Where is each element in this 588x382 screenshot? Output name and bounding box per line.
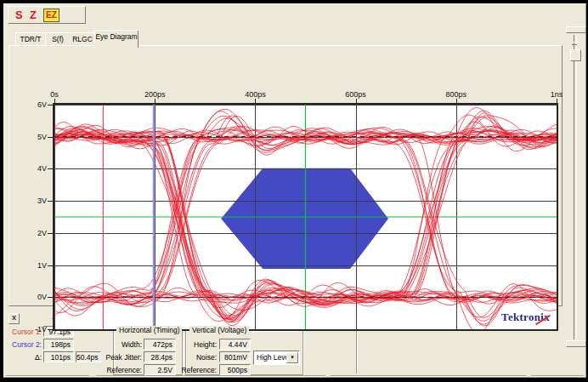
application-window: S Z EZ TDR/T S(f) RLGC Eye Diagram 0s200… bbox=[0, 0, 588, 382]
status-groove-4 bbox=[531, 375, 584, 377]
tab-eye-diagram[interactable]: Eye Diagram bbox=[94, 30, 139, 48]
y-tick-label: 5V bbox=[28, 133, 47, 141]
window-background: S Z EZ TDR/T S(f) RLGC Eye Diagram 0s200… bbox=[3, 3, 586, 378]
cursor2-time-field: 198ps bbox=[43, 339, 74, 350]
noise-level-select[interactable]: High Level ▼ bbox=[253, 351, 300, 365]
status-groove-3 bbox=[331, 375, 526, 377]
v-reference-label: Reference: bbox=[179, 366, 217, 374]
x-tick-label: 600ps bbox=[345, 90, 366, 99]
logo-toolbar: S Z EZ bbox=[8, 6, 86, 24]
height-label: Height: bbox=[179, 340, 217, 349]
x-tick-label: 1ns bbox=[551, 90, 563, 99]
x-tick-label: 400ps bbox=[245, 90, 266, 99]
height-field: 4.44V bbox=[219, 339, 251, 350]
y-tick-label: 3V bbox=[28, 197, 47, 205]
noise-field: 801mV bbox=[219, 351, 251, 362]
y-tick-label: 0V bbox=[28, 293, 47, 301]
peak-jitter-label: Peak Jitter: bbox=[103, 353, 142, 362]
logo-ez-badge: EZ bbox=[43, 9, 59, 22]
peak-jitter-field: 28.4ps bbox=[144, 351, 176, 362]
x-tick-label: 800ps bbox=[446, 90, 467, 99]
plot-area: Tektronix bbox=[53, 103, 558, 331]
logo-s: S bbox=[15, 9, 23, 21]
vertical-voltage-title: Vertical (Voltage) bbox=[189, 326, 249, 334]
zoom-slider-tick bbox=[572, 42, 577, 45]
eye-diagram-tab-page: 0s200ps400ps600ps800ps1ns6V5V4V3V2V1V0V-… bbox=[8, 45, 563, 306]
y-tick-label: 1V bbox=[28, 261, 47, 270]
delta-time-field: 101ps bbox=[43, 351, 74, 362]
cursor2-label: Cursor 2: bbox=[9, 340, 42, 349]
y-tick-label: 4V bbox=[28, 164, 47, 173]
width-label: Width: bbox=[103, 340, 142, 349]
y-tick-label: 2V bbox=[28, 229, 47, 237]
delta-dt2-field: 50.4ps bbox=[76, 351, 101, 362]
dropdown-arrow-icon[interactable]: ▼ bbox=[286, 352, 298, 363]
horizontal-timing-title: Horizontal (Timing) bbox=[116, 326, 182, 334]
zoom-slider-thumb[interactable] bbox=[570, 49, 581, 61]
width-field: 472ps bbox=[144, 339, 176, 350]
delta-label: Δ: bbox=[9, 353, 42, 362]
x-tick-label: 0s bbox=[50, 90, 59, 99]
y-tick-label: -1V bbox=[28, 325, 47, 334]
x-tick-label: 200ps bbox=[144, 90, 166, 99]
v-reference-field: 500ps bbox=[219, 364, 251, 375]
zoom-slider-top-ridge bbox=[566, 26, 586, 33]
eye-plot-canvas[interactable] bbox=[54, 105, 557, 329]
status-groove-2 bbox=[96, 375, 325, 377]
close-panel-button[interactable]: x bbox=[8, 313, 20, 324]
noise-label: Noise: bbox=[179, 353, 217, 362]
y-tick-label: 6V bbox=[28, 100, 47, 109]
h-reference-label: Reference: bbox=[103, 366, 142, 374]
zoom-slider-track[interactable] bbox=[574, 35, 577, 339]
tektronix-watermark: Tektronix bbox=[501, 311, 550, 324]
h-reference-field: 2.5V bbox=[144, 364, 176, 375]
zoom-slider-bottom-ridge bbox=[566, 340, 586, 347]
status-groove-1 bbox=[6, 375, 89, 377]
logo-z: Z bbox=[30, 9, 37, 21]
